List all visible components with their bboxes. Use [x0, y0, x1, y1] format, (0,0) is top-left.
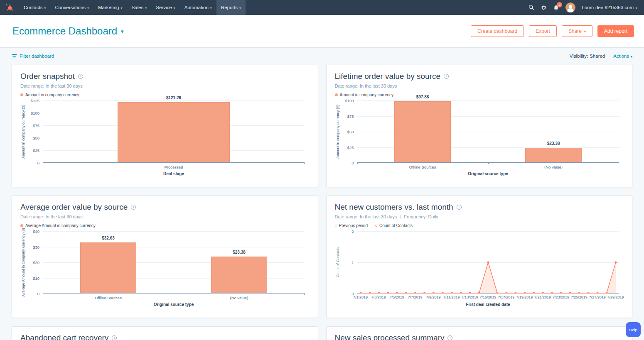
page-header: Ecommerce Dashboard Create dashboard Exp… [0, 15, 644, 48]
x-category-label: (No value) [174, 296, 305, 300]
data-point[interactable] [450, 292, 452, 294]
account-name: Loom-dev-6215363.com [582, 5, 634, 10]
bar[interactable] [394, 101, 450, 162]
x-tick-mark [304, 293, 305, 295]
card-meta: Date range: In the last 30 days [20, 214, 310, 219]
data-point[interactable] [423, 292, 425, 294]
filter-dashboard-label: Filter dashboard [20, 54, 54, 59]
y-tick-label: $100 [31, 111, 39, 115]
nav-item[interactable]: Service [151, 0, 179, 15]
x-category-label: Offline Sources [43, 296, 174, 300]
x-axis-ticks: Processed [43, 165, 305, 169]
bar[interactable] [118, 102, 230, 163]
data-point[interactable] [569, 292, 571, 294]
data-point[interactable] [387, 292, 389, 294]
y-tick-label: 2 [351, 229, 354, 234]
chevron-down-icon [210, 5, 212, 10]
data-point[interactable] [414, 292, 416, 294]
x-category-label: Processed [43, 165, 305, 169]
x-tick-label: 7/27/2019 [589, 295, 606, 299]
chevron-down-icon [44, 5, 46, 10]
hubspot-logo[interactable] [0, 3, 19, 12]
nav-item[interactable]: Marketing [93, 0, 127, 15]
dashboard-title-dropdown[interactable]: Ecommerce Dashboard [12, 25, 124, 37]
legend-marker-icon [375, 225, 377, 227]
data-point[interactable] [596, 292, 598, 294]
nav-item[interactable]: Conversations [50, 0, 93, 15]
data-point[interactable] [514, 292, 516, 294]
cards-grid: Order snapshot Date range: In the last 3… [12, 65, 632, 340]
notifications-icon[interactable]: 3 [553, 5, 559, 11]
account-menu[interactable]: Loom-dev-6215363.com [582, 5, 637, 10]
nav-item[interactable]: Reports [216, 0, 246, 15]
create-dashboard-label: Create dashboard [477, 28, 517, 34]
settings-icon[interactable] [541, 5, 547, 11]
data-point[interactable] [396, 292, 398, 294]
legend: Amount in company currency [20, 93, 310, 97]
data-point[interactable] [533, 292, 535, 294]
info-icon[interactable] [457, 205, 462, 210]
data-point[interactable] [487, 261, 489, 263]
nav-item-label: Marketing [98, 5, 119, 10]
x-tick-label: 7/23/2019 [553, 295, 569, 299]
legend-item[interactable]: Count of Contacts [375, 223, 413, 228]
info-icon[interactable] [131, 205, 136, 210]
avatar[interactable] [565, 2, 575, 12]
search-icon[interactable] [528, 5, 534, 10]
legend-label: Count of Contacts [379, 223, 413, 228]
data-point[interactable] [432, 292, 434, 294]
date-range: Date range: In the last 30 days [20, 83, 83, 88]
add-report-button[interactable]: Add report [597, 25, 634, 37]
data-point[interactable] [405, 292, 407, 294]
data-point[interactable] [560, 292, 562, 294]
x-tick-label: 7/29/2019 [607, 295, 624, 299]
data-point[interactable] [578, 292, 580, 294]
legend-item[interactable]: Amount in company currency [20, 93, 79, 97]
info-icon[interactable] [112, 335, 117, 340]
data-point[interactable] [541, 292, 543, 294]
bar[interactable] [211, 257, 267, 293]
date-range: Date range: In the last 30 days [335, 83, 397, 88]
data-point[interactable] [551, 292, 553, 294]
data-point[interactable] [615, 261, 617, 263]
card-head: Net new customers vs. last month [335, 203, 624, 212]
data-point[interactable] [587, 292, 589, 294]
y-tick-label: $75 [33, 123, 39, 128]
data-point[interactable] [359, 292, 361, 294]
data-point[interactable] [460, 292, 462, 294]
data-point[interactable] [505, 292, 507, 294]
bar[interactable] [525, 148, 581, 162]
nav-item-label: Automation [184, 5, 209, 10]
data-point[interactable] [524, 292, 526, 294]
create-dashboard-button[interactable]: Create dashboard [471, 25, 524, 37]
bar[interactable] [80, 242, 136, 293]
filter-dashboard-link[interactable]: Filter dashboard [12, 54, 54, 59]
card-title: Abandoned cart recovery [20, 333, 108, 340]
actions-menu[interactable]: Actions [613, 54, 632, 59]
plot-area [357, 231, 619, 294]
y-tick-label: 0 [37, 291, 39, 296]
x-tick-label: 7/7/2019 [408, 295, 423, 299]
legend-item[interactable]: Amount in company currency [335, 93, 394, 97]
card-title: New sales processed summary [335, 333, 445, 340]
data-point[interactable] [369, 292, 371, 294]
info-icon[interactable] [447, 335, 452, 340]
legend-item[interactable]: Average Amount in company currency [20, 223, 96, 228]
nav-item[interactable]: Automation [180, 0, 216, 15]
nav-item[interactable]: Contacts [19, 0, 50, 15]
nav-item[interactable]: Sales [127, 0, 151, 15]
export-button[interactable]: Export [529, 25, 557, 37]
help-button[interactable]: Help [626, 322, 641, 337]
nav-item-label: Reports [221, 5, 238, 10]
info-icon[interactable] [444, 74, 449, 79]
info-icon[interactable] [78, 74, 83, 79]
data-point[interactable] [378, 292, 380, 294]
data-point[interactable] [469, 292, 471, 294]
notification-badge: 3 [557, 2, 562, 7]
data-point[interactable] [441, 292, 443, 294]
legend-item[interactable]: Previous period [335, 223, 368, 228]
x-axis-ticks: 7/1/20197/3/20197/5/20197/7/20197/9/2019… [357, 295, 619, 300]
x-tick-label: 7/17/2019 [498, 295, 514, 299]
share-button[interactable]: Share [562, 25, 592, 37]
bar-value-label: $121.26 [166, 95, 181, 100]
